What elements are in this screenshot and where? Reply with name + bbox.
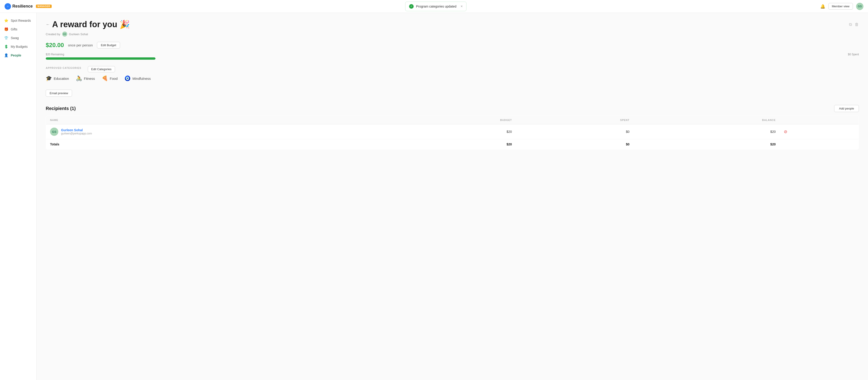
recipient-spent: $0	[516, 124, 633, 139]
sidebar-label-people: People	[11, 54, 21, 57]
recipient-details: Gurleen Sohal gurleen@perkupapp.com	[61, 128, 92, 135]
recipient-actions: ⊘	[780, 124, 859, 139]
notifications-icon[interactable]: 🔔	[820, 4, 825, 9]
budget-bar-labels: $20 Remaining $0 Spent	[46, 53, 859, 56]
totals-balance: $20	[633, 139, 780, 150]
recipient-avatar: GS	[50, 128, 58, 136]
sidebar-item-gifts[interactable]: 🎁 Gifts	[0, 25, 36, 33]
toast-check-icon: ✓	[409, 4, 414, 9]
approved-categories-label: APPROVED CATEGORIES	[46, 67, 82, 69]
col-spent: SPENT	[516, 116, 633, 124]
budget-bar-track	[46, 57, 155, 60]
approved-header: APPROVED CATEGORIES Edit Categories	[46, 66, 859, 72]
table-row: GS Gurleen Sohal gurleen@perkupapp.com $…	[46, 124, 859, 139]
recipient-budget: $20	[382, 124, 516, 139]
user-avatar[interactable]: GS	[856, 3, 863, 10]
totals-row: Totals $20 $0 $20	[46, 139, 859, 150]
people-icon: 👤	[4, 53, 8, 57]
created-by-row: Created by GS Gurleen Sohal	[46, 32, 859, 37]
table-header: NAME BUDGET SPENT BALANCE	[46, 116, 859, 124]
sidebar-item-people[interactable]: 👤 People	[0, 51, 36, 59]
col-budget: BUDGET	[382, 116, 516, 124]
sidebar-label-gifts: Gifts	[11, 27, 18, 31]
category-mindfulness-label: Mindfulness	[132, 76, 151, 81]
logo-icon: ○	[5, 3, 11, 10]
recipient-info: GS Gurleen Sohal gurleen@perkupapp.com	[50, 128, 378, 136]
app-name: Resilience	[12, 4, 33, 9]
budget-period: once per person	[68, 43, 93, 47]
category-food-label: Food	[110, 76, 118, 81]
fitness-icon: 🚴	[76, 75, 82, 82]
remove-recipient-button[interactable]: ⊘	[784, 129, 787, 134]
toast-message: Program categories updated	[416, 5, 457, 8]
page-title-row: ← A reward for you 🎉 ⧉ 🗑	[46, 20, 859, 29]
category-fitness: 🚴 Fitness	[76, 75, 95, 82]
topnav-right: 🔔 Member view GS	[820, 3, 863, 10]
totals-budget: $20	[382, 139, 516, 150]
mindfulness-icon: 🧿	[124, 75, 130, 82]
sidebar-label-spot-rewards: Spot Rewards	[11, 19, 31, 23]
spent-label: $0 Spent	[848, 53, 859, 56]
toast-notification: ✓ Program categories updated ×	[405, 2, 466, 11]
swag-icon: 👕	[4, 36, 8, 40]
totals-spent: $0	[516, 139, 633, 150]
sidebar: ⭐ Spot Rewards 🎁 Gifts 👕 Swag 💲 My Budge…	[0, 13, 37, 380]
spot-rewards-icon: ⭐	[4, 19, 8, 23]
sidebar-item-swag[interactable]: 👕 Swag	[0, 34, 36, 42]
page-title: A reward for you 🎉	[52, 20, 130, 29]
food-icon: 🍕	[102, 75, 108, 82]
member-view-button[interactable]: Member view	[829, 3, 853, 10]
app-logo[interactable]: ○ Resilience MANAGER	[5, 3, 52, 10]
education-icon: 🎓	[46, 75, 52, 82]
manager-badge: MANAGER	[36, 5, 52, 8]
category-food: 🍕 Food	[102, 75, 118, 82]
categories-list: 🎓 Education 🚴 Fitness 🍕 Food 🧿 Mindfulne…	[46, 75, 859, 82]
remaining-label: $20 Remaining	[46, 53, 64, 56]
creator-avatar: GS	[62, 32, 67, 37]
category-mindfulness: 🧿 Mindfulness	[124, 75, 151, 82]
category-education-label: Education	[54, 76, 69, 81]
recipient-balance: $20	[633, 124, 780, 139]
recipients-table: NAME BUDGET SPENT BALANCE GS Gurleen Soh…	[46, 116, 859, 150]
sidebar-label-my-budgets: My Budgets	[11, 45, 28, 49]
col-balance: BALANCE	[633, 116, 780, 124]
creator-name: Gurleen Sohal	[69, 32, 88, 36]
toast-area: ✓ Program categories updated ×	[52, 2, 820, 11]
budget-row: $20.00 once per person Edit Budget	[46, 42, 859, 49]
category-fitness-label: Fitness	[84, 76, 95, 81]
recipients-title: Recipients (1)	[46, 106, 76, 111]
email-preview-button[interactable]: Email preview	[46, 90, 72, 97]
my-budgets-icon: 💲	[4, 44, 8, 49]
main-content: ← A reward for you 🎉 ⧉ 🗑 Created by GS G…	[37, 13, 868, 380]
add-people-button[interactable]: Add people	[834, 105, 859, 112]
recipient-email: gurleen@perkupapp.com	[61, 132, 92, 135]
budget-bar-section: $20 Remaining $0 Spent	[46, 53, 859, 60]
recipient-cell: GS Gurleen Sohal gurleen@perkupapp.com	[46, 124, 382, 139]
edit-budget-button[interactable]: Edit Budget	[97, 42, 120, 49]
delete-icon[interactable]: 🗑	[855, 22, 859, 27]
sidebar-label-swag: Swag	[11, 36, 19, 40]
sidebar-item-spot-rewards[interactable]: ⭐ Spot Rewards	[0, 17, 36, 25]
created-by-label: Created by	[46, 32, 60, 36]
back-button[interactable]: ←	[46, 22, 50, 27]
copy-icon[interactable]: ⧉	[849, 22, 852, 27]
topnav: ○ Resilience MANAGER ✓ Program categorie…	[0, 0, 868, 13]
category-education: 🎓 Education	[46, 75, 69, 82]
recipients-header: Recipients (1) Add people	[46, 105, 859, 112]
budget-amount: $20.00	[46, 42, 64, 49]
sidebar-item-my-budgets[interactable]: 💲 My Budgets	[0, 42, 36, 51]
totals-actions	[780, 139, 859, 150]
layout: ⭐ Spot Rewards 🎁 Gifts 👕 Swag 💲 My Budge…	[0, 13, 868, 380]
table-body: GS Gurleen Sohal gurleen@perkupapp.com $…	[46, 124, 859, 150]
approved-categories-section: APPROVED CATEGORIES Edit Categories 🎓 Ed…	[46, 66, 859, 82]
gifts-icon: 🎁	[4, 27, 8, 31]
col-name: NAME	[46, 116, 382, 124]
edit-categories-button[interactable]: Edit Categories	[88, 66, 115, 72]
col-actions	[780, 116, 859, 124]
totals-label: Totals	[46, 139, 382, 150]
budget-bar-fill	[46, 57, 155, 60]
toast-close-button[interactable]: ×	[461, 4, 463, 8]
recipient-name-link[interactable]: Gurleen Sohal	[61, 128, 83, 132]
